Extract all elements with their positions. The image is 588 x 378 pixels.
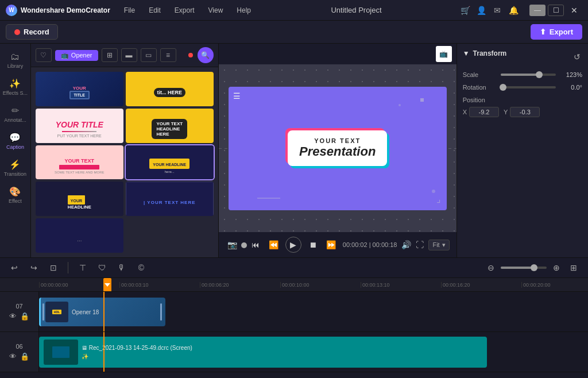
bell-icon[interactable]: 🔔 xyxy=(508,5,519,16)
panel-tab-menu[interactable]: ≡ xyxy=(160,48,176,62)
clip-handle-right xyxy=(160,303,162,321)
ruler-marks: 00:00:00:00 00:00:03:10 00:00:06:20 00:0… xyxy=(39,282,588,288)
menu-help[interactable]: Help xyxy=(234,5,253,16)
opener14-thumbnail: tit... HERE xyxy=(126,72,214,106)
scale-slider[interactable] xyxy=(501,74,556,76)
rotation-value: 0.0° xyxy=(559,84,582,91)
sidebar-item-effect[interactable]: 🎨 Effect xyxy=(0,183,30,207)
mail-icon[interactable]: ✉ xyxy=(492,5,503,16)
sidebar-item-caption[interactable]: 💬 Caption xyxy=(0,129,30,153)
sidebar-item-transition[interactable]: ⚡ Transition xyxy=(0,156,30,180)
minimize-button[interactable]: — xyxy=(529,5,546,16)
skip-forward-button[interactable]: ⏩ xyxy=(324,238,338,252)
preview-screen-icon[interactable]: 📺 xyxy=(436,46,452,62)
panel-item-opener15[interactable]: YOUR TITLE PUT YOUR TEXT HERE Opener 15 xyxy=(36,109,123,143)
screen-icon: 🖥 xyxy=(82,345,89,351)
crop-button[interactable]: ⊡ xyxy=(46,260,61,275)
track-lock-icon-06[interactable]: 🔒 xyxy=(20,352,29,361)
track-eye-icon-07[interactable]: 👁 xyxy=(9,312,17,321)
record-label: Record xyxy=(24,28,49,36)
clip-wand-icon[interactable]: ✨ xyxy=(82,353,88,360)
sidebar-item-effects[interactable]: ✨ Effects S... xyxy=(0,75,30,99)
opener17-your-text: YOUR TEXT xyxy=(55,158,104,164)
partial-thumbnail: ... xyxy=(36,218,123,253)
track-eye-icon-06[interactable]: 👁 xyxy=(9,352,17,361)
opener18-yellow-box: YOUR HEADLINE xyxy=(149,159,189,169)
panel-item-opener20[interactable]: | YOUR TEXT HERE Opener 20 xyxy=(126,182,214,216)
record-button[interactable]: Record xyxy=(6,24,58,40)
x-value[interactable]: -9.2 xyxy=(469,107,499,117)
divider1 xyxy=(68,262,68,273)
fit-timeline-button[interactable]: ⊞ xyxy=(566,260,581,275)
canvas-dot1 xyxy=(420,98,424,102)
split-button[interactable]: ⊤ xyxy=(75,260,90,275)
track-number-07: 07 xyxy=(16,303,22,310)
opener15-thumbnail: YOUR TITLE PUT YOUR TEXT HERE xyxy=(36,109,123,143)
scale-thumb xyxy=(536,71,543,78)
search-button[interactable]: 🔍 xyxy=(198,47,214,63)
opener17-bar xyxy=(59,165,99,169)
menu-view[interactable]: View xyxy=(206,5,226,16)
step-back-button[interactable]: ⏪ xyxy=(267,238,281,252)
undo-button[interactable]: ↺ xyxy=(572,52,582,62)
menu-export[interactable]: Export xyxy=(172,5,197,16)
ruler-item-5: 00:00:16:20 xyxy=(441,282,521,288)
undo-toolbar-button[interactable]: ↩ xyxy=(7,260,22,275)
export-label: Export xyxy=(550,28,573,36)
clip-screen[interactable]: 🖥 Rec_2021-09-13 14-25-49.dcrc (Screen) … xyxy=(39,337,487,368)
zoom-in-button[interactable]: ⊕ xyxy=(549,260,564,275)
zoom-track[interactable] xyxy=(501,267,547,269)
sidebar-item-annotate[interactable]: ✏ Annotat... xyxy=(0,102,30,126)
cart-icon[interactable]: 🛒 xyxy=(459,5,471,16)
track-lock-icon-07[interactable]: 🔒 xyxy=(20,312,29,321)
y-value[interactable]: -0.3 xyxy=(510,107,540,117)
panel-tab-bar2[interactable]: ▭ xyxy=(141,48,157,62)
menu-file[interactable]: File xyxy=(122,5,137,16)
stop-button[interactable]: ⏹ xyxy=(306,238,320,252)
ruler-item-6: 00:00:20:00 xyxy=(521,282,588,288)
copyright-button[interactable]: © xyxy=(134,260,149,275)
volume-button[interactable]: 🔊 xyxy=(401,240,411,249)
opener20-text: | YOUR TEXT HERE xyxy=(144,200,196,205)
shield-button[interactable]: 🛡 xyxy=(95,260,110,275)
panel-item-opener17[interactable]: YOUR TEXT SOME TEXT HERE AND MORE Opener… xyxy=(36,145,123,180)
close-button[interactable]: ✕ xyxy=(566,5,582,16)
panel-item-opener18[interactable]: YOUR HEADLINE here... Opener 18 xyxy=(126,145,214,180)
panel-item-opener13[interactable]: YOUR TITLE Opener 13 xyxy=(36,72,123,106)
panel-tab-heart[interactable]: ♡ xyxy=(36,48,52,62)
screenshot-button[interactable]: 📷 xyxy=(226,238,239,252)
fullscreen-button[interactable]: ⛶ xyxy=(416,240,424,249)
panel-item-partial[interactable]: ... xyxy=(36,218,123,253)
panel-item-opener19[interactable]: YOUR HEADLINE Opener 19 xyxy=(36,182,123,216)
fit-dropdown[interactable]: Fit ▾ xyxy=(428,240,449,250)
panel-grid: YOUR TITLE Opener 13 tit... HERE Opener … xyxy=(31,67,218,257)
play-button[interactable]: ▶ xyxy=(285,237,301,253)
panel-tab-grid1[interactable]: ⊞ xyxy=(102,48,118,62)
rotation-slider[interactable] xyxy=(501,86,556,88)
position-xy: X -9.2 Y -0.3 xyxy=(463,107,540,117)
panel-tab-bar1[interactable]: ▬ xyxy=(121,48,137,62)
panel-item-opener14[interactable]: tit... HERE Opener 14 xyxy=(126,72,214,106)
redo-toolbar-button[interactable]: ↪ xyxy=(26,260,41,275)
sidebar-label-annotate: Annotat... xyxy=(4,117,26,123)
zoom-out-button[interactable]: ⊖ xyxy=(483,260,498,275)
skip-back-button[interactable]: ⏮ xyxy=(249,238,262,252)
playhead-ruler-marker[interactable] xyxy=(103,278,111,292)
clip-handle-left xyxy=(42,303,44,321)
export-button[interactable]: ⬆ Export xyxy=(531,24,582,40)
mic-button[interactable]: 🎙 xyxy=(114,260,129,275)
opener16-box: YOUR TEXTHEADLINEHERE xyxy=(152,119,187,139)
panel-tab-opener[interactable]: 📺 Opener xyxy=(55,50,98,61)
title-bar: W Wondershare DemoCreator File Edit Expo… xyxy=(0,0,588,21)
panel-item-opener16[interactable]: YOUR TEXTHEADLINEHERE Opener 16 xyxy=(126,109,214,143)
clip-opener18[interactable]: HDL Opener 18 xyxy=(39,298,165,326)
maximize-button[interactable]: ☐ xyxy=(548,5,564,16)
opener13-thumbnail: YOUR TITLE xyxy=(36,72,123,106)
sidebar-item-library[interactable]: 🗂 Library xyxy=(0,48,30,72)
transform-header[interactable]: ▼ Transform xyxy=(463,49,507,57)
menu-edit[interactable]: Edit xyxy=(146,5,163,16)
person-icon[interactable]: 👤 xyxy=(475,5,487,16)
fit-label: Fit xyxy=(432,241,439,248)
y-label: Y xyxy=(504,109,508,115)
scale-value: 123% xyxy=(559,71,582,78)
